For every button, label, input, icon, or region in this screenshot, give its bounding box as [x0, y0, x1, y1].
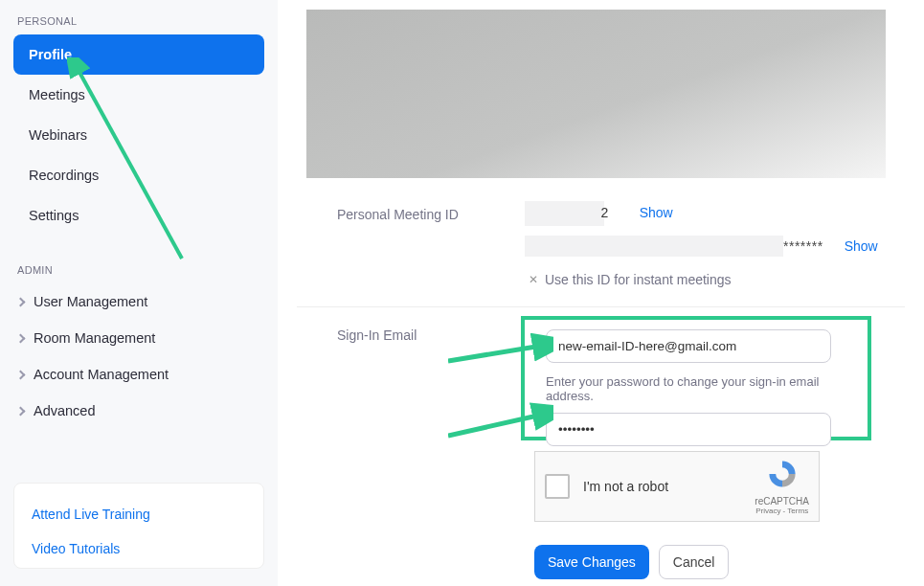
link-attend-training[interactable]: Attend Live Training: [24, 497, 254, 531]
pmi-masked: [525, 201, 604, 226]
sidebar-item-label: Meetings: [29, 87, 85, 102]
sidebar-item-recordings[interactable]: Recordings: [13, 155, 264, 195]
pmi-url-row: ******* Show: [525, 236, 878, 257]
sidebar: PERSONAL Profile Meetings Webinars Recor…: [0, 0, 278, 586]
recaptcha-label: I'm not a robot: [583, 479, 755, 494]
admin-item-room-management[interactable]: Room Management: [13, 320, 264, 356]
pmi-visible-digit: 2: [600, 205, 608, 220]
link-video-tutorials[interactable]: Video Tutorials: [24, 531, 254, 566]
sidebar-item-webinars[interactable]: Webinars: [13, 115, 264, 155]
section-label-admin: ADMIN: [13, 260, 264, 283]
sidebar-item-label: Recordings: [29, 168, 99, 183]
sidebar-item-label: Settings: [29, 208, 79, 223]
cancel-button[interactable]: Cancel: [659, 545, 730, 579]
instant-meeting-text: Use this ID for instant meetings: [545, 272, 732, 287]
section-label-personal: PERSONAL: [13, 11, 264, 34]
admin-item-user-management[interactable]: User Management: [13, 283, 264, 320]
chevron-right-icon: [16, 333, 26, 343]
sidebar-item-profile[interactable]: Profile: [13, 34, 264, 75]
pmi-url-dots: *******: [783, 238, 823, 254]
section-divider: [297, 306, 905, 307]
pmi-label: Personal Meeting ID: [337, 207, 459, 222]
admin-item-label: Account Management: [34, 367, 169, 382]
sidebar-item-meetings[interactable]: Meetings: [13, 75, 264, 115]
sidebar-item-label: Profile: [29, 47, 72, 62]
sidebar-item-settings[interactable]: Settings: [13, 195, 264, 236]
sidebar-item-label: Webinars: [29, 127, 87, 143]
annotation-highlight: Enter your password to change your sign-…: [521, 316, 871, 440]
recaptcha-widget: I'm not a robot reCAPTCHA Privacy - Term…: [534, 451, 820, 522]
main-content: Personal Meeting ID 2 Show ******* Show …: [278, 0, 924, 586]
admin-item-advanced[interactable]: Advanced: [13, 393, 264, 429]
admin-item-label: Advanced: [34, 403, 96, 418]
pmi-value: 2 Show: [525, 201, 673, 226]
chevron-right-icon: [16, 406, 26, 416]
chevron-right-icon: [16, 297, 26, 306]
pmi-url-show-link[interactable]: Show: [845, 238, 878, 254]
save-changes-button[interactable]: Save Changes: [534, 545, 649, 579]
admin-item-label: Room Management: [34, 330, 155, 346]
signin-email-label: Sign-In Email: [337, 327, 417, 343]
help-links-card: Attend Live Training Video Tutorials: [13, 483, 264, 569]
pmi-url-masked: [525, 236, 783, 257]
profile-banner: [306, 10, 886, 178]
close-icon: ✕: [529, 273, 538, 286]
recaptcha-checkbox[interactable]: [545, 474, 570, 499]
chevron-right-icon: [16, 370, 26, 379]
pmi-show-link[interactable]: Show: [640, 205, 673, 220]
recaptcha-icon: [766, 458, 799, 490]
recaptcha-terms: Privacy - Terms: [755, 507, 809, 515]
email-input[interactable]: [546, 329, 831, 363]
admin-item-label: User Management: [34, 294, 147, 309]
admin-item-account-management[interactable]: Account Management: [13, 356, 264, 393]
password-input[interactable]: [546, 413, 831, 446]
recaptcha-badge: reCAPTCHA: [755, 496, 809, 507]
password-help-text: Enter your password to change your sign-…: [546, 374, 854, 403]
